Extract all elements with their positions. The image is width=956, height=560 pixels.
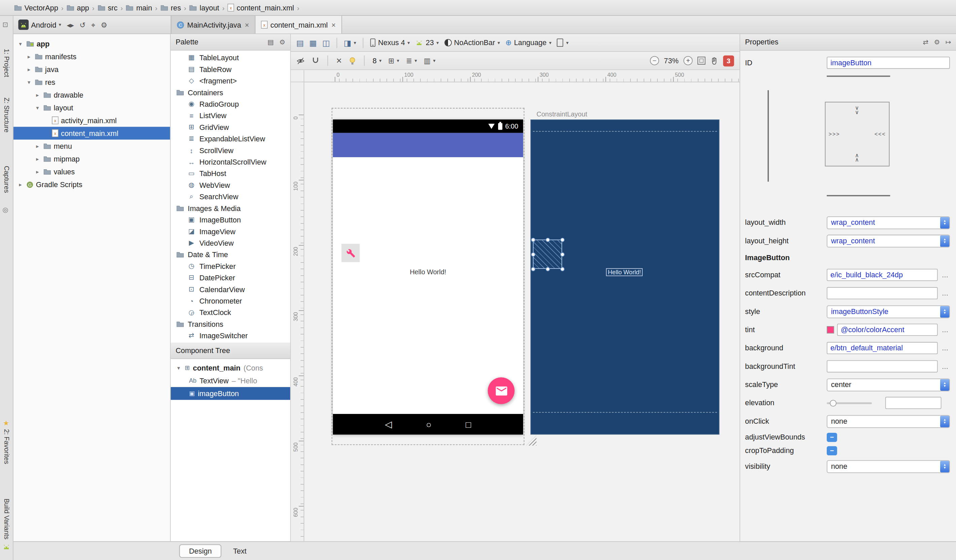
orientation-dropdown[interactable]: ▾ <box>557 38 569 47</box>
property-input-id[interactable]: imageButton <box>827 56 950 69</box>
zoom-to-fit-icon[interactable] <box>698 56 706 64</box>
component-tree-item-textview[interactable]: AbTextView – "Hello <box>171 374 290 387</box>
palette-item-videoview[interactable]: ▶VideoView <box>171 237 290 249</box>
blueprint-textview[interactable]: Hello World! <box>606 268 643 276</box>
palette-item-tabhost[interactable]: ▭TabHost <box>171 168 290 179</box>
property-input-background[interactable]: e/btn_default_material <box>827 342 938 354</box>
breadcrumb-item-layout[interactable]: layout <box>189 3 220 12</box>
guideline-dropdown[interactable]: ⊞ ▾ <box>388 56 399 65</box>
palette-item-timepicker[interactable]: ◷TimePicker <box>171 260 290 271</box>
property-combo-layout-height[interactable]: wrap_content <box>827 234 950 247</box>
selection-handle[interactable] <box>531 267 536 271</box>
project-tree-item-activity-main-xml[interactable]: xactivity_main.xml <box>13 114 170 127</box>
selection-handle[interactable] <box>546 267 550 271</box>
palette-item-imageview[interactable]: ◪ImageView <box>171 226 290 237</box>
tool-strip-button-captures[interactable]: Captures <box>0 166 13 193</box>
pack-dropdown[interactable]: ▥ ▾ <box>424 56 436 65</box>
infer-constraints-icon[interactable] <box>349 56 356 65</box>
palette-item-datepicker[interactable]: ⊟DatePicker <box>171 272 290 283</box>
close-icon[interactable]: × <box>245 20 249 29</box>
breadcrumb-item-src[interactable]: src <box>97 3 118 12</box>
property-input-backgroundtint[interactable] <box>827 360 938 372</box>
error-count-badge[interactable]: 3 <box>723 55 734 66</box>
palette-group-transitions[interactable]: Transitions <box>171 318 290 329</box>
tint-color-swatch[interactable] <box>827 326 834 334</box>
property-combo-visibility[interactable]: none <box>827 460 950 473</box>
constraint-widget[interactable]: ∨∨∧∧>>><<< <box>745 72 950 213</box>
design-mode-icon[interactable]: ▤ <box>296 38 303 47</box>
locate-icon[interactable]: ⌖ <box>91 20 95 29</box>
expand-arrow-icon[interactable]: ▸ <box>25 53 32 59</box>
switch-layout-icon[interactable]: ⇄ <box>923 38 929 46</box>
browse-button[interactable]: … <box>941 344 950 352</box>
constraint-box[interactable]: ∨∨∧∧>>><<< <box>825 102 890 166</box>
show-constraints-icon[interactable] <box>296 56 305 65</box>
browse-button[interactable]: … <box>941 289 950 297</box>
locale-dropdown[interactable]: ⊕ Language ▾ <box>506 38 552 47</box>
sync-icon[interactable]: ↺ <box>79 20 85 29</box>
theme-editor-dropdown[interactable]: ◨ ▾ <box>344 38 356 47</box>
project-tree-item-values[interactable]: ▸values <box>13 165 170 178</box>
breadcrumb-item-app[interactable]: app <box>66 3 90 12</box>
tool-strip-button-2-favorites[interactable]: ★2: Favorites <box>0 419 13 464</box>
design-preview[interactable]: 6:00 Hello World! <box>333 119 523 435</box>
property-input-srccompat[interactable]: e/ic_build_black_24dp <box>827 269 938 281</box>
tristate-checkbox-adjustviewbounds[interactable]: − <box>827 433 837 442</box>
palette-item-scrollview[interactable]: ↕ScrollView <box>171 144 290 156</box>
blueprint-selected-imagebutton[interactable] <box>533 240 562 269</box>
project-tree-item-menu[interactable]: ▸menu <box>13 140 170 152</box>
tool-strip-button-1-project[interactable]: 1: Project <box>0 49 13 77</box>
hello-world-textview[interactable]: Hello World! <box>410 268 446 276</box>
expand-arrow-icon[interactable]: ▸ <box>34 169 41 175</box>
both-modes-icon[interactable]: ◫ <box>322 38 330 47</box>
expand-arrow-icon[interactable]: ▸ <box>34 156 41 162</box>
selection-handle[interactable] <box>560 253 565 257</box>
property-input-contentdescription[interactable] <box>827 287 938 299</box>
image-button-wrench[interactable] <box>341 244 360 262</box>
collapse-arrow-icon[interactable]: ▾ <box>34 105 41 111</box>
blueprint-mode-icon[interactable]: ▦ <box>309 38 317 47</box>
breadcrumb-item-content-main-xml[interactable]: xcontent_main.xml <box>227 3 294 12</box>
move-to-end-icon[interactable]: ↦ <box>945 38 951 46</box>
property-combo-layout-width[interactable]: wrap_content <box>827 216 950 229</box>
palette-item-horizontalscrollview[interactable]: ↔HorizontalScrollView <box>171 156 290 168</box>
selection-handle[interactable] <box>531 238 536 242</box>
design-canvas[interactable]: 0100200300400500 0100200300400500600 6:0… <box>291 70 739 541</box>
palette-gear-icon[interactable]: ⚙ <box>279 38 285 46</box>
palette-item-imageswitcher[interactable]: ⇄ImageSwitcher <box>171 330 290 341</box>
palette-item-tablelayout[interactable]: ▦TableLayout <box>171 52 290 63</box>
combo-stepper-icon[interactable] <box>940 415 949 427</box>
default-margin-dropdown[interactable]: 8 ▾ <box>373 56 382 65</box>
close-icon[interactable]: × <box>331 20 336 29</box>
breadcrumb-item-res[interactable]: res <box>160 3 182 12</box>
align-dropdown[interactable]: ≣ ▾ <box>406 56 417 65</box>
autoconnect-icon[interactable] <box>312 56 320 64</box>
theme-style-dropdown[interactable]: NoActionBar ▾ <box>444 38 500 47</box>
bottom-tab-design[interactable]: Design <box>179 544 222 558</box>
project-tree-item-drawable[interactable]: ▸drawable <box>13 88 170 101</box>
fab-email-button[interactable] <box>488 377 515 404</box>
pan-hand-icon[interactable] <box>710 56 719 65</box>
project-tree-item-app[interactable]: ▾app <box>13 37 170 50</box>
api-level-dropdown[interactable]: 23 ▾ <box>415 38 439 47</box>
expand-arrow-icon[interactable]: ▸ <box>34 143 41 149</box>
palette-item-listview[interactable]: ≡ListView <box>171 110 290 121</box>
browse-button[interactable]: … <box>941 326 950 334</box>
breadcrumb-item-vectorapp[interactable]: VectorApp <box>13 3 59 12</box>
project-tree-item-res[interactable]: ▾res <box>13 76 170 88</box>
project-tree-item-java[interactable]: ▸java <box>13 63 170 76</box>
project-tree-item-manifests[interactable]: ▸manifests <box>13 50 170 63</box>
component-tree-item-imagebutton[interactable]: ▣imageButton <box>171 387 290 400</box>
property-combo-style[interactable]: imageButtonStyle <box>827 305 950 318</box>
editor-tab-mainactivity-java[interactable]: CMainActivity.java× <box>171 16 255 34</box>
zoom-in-button[interactable]: + <box>683 56 692 65</box>
palette-item-calendarview[interactable]: ⊡CalendarView <box>171 283 290 295</box>
palette-item-gridview[interactable]: ⊞GridView <box>171 121 290 133</box>
device-dropdown[interactable]: Nexus 4 ▾ <box>370 38 410 47</box>
component-tree-item-content-main[interactable]: ▾⊞content_main (Cons <box>171 361 290 374</box>
zoom-out-button[interactable]: − <box>650 56 659 65</box>
clear-constraints-icon[interactable]: ✕ <box>336 56 342 65</box>
tristate-checkbox-croptopadding[interactable]: − <box>827 446 837 455</box>
project-tree-item-gradle-scripts[interactable]: ▸GGradle Scripts <box>13 178 170 191</box>
expand-arrow-icon[interactable]: ▸ <box>25 66 32 72</box>
